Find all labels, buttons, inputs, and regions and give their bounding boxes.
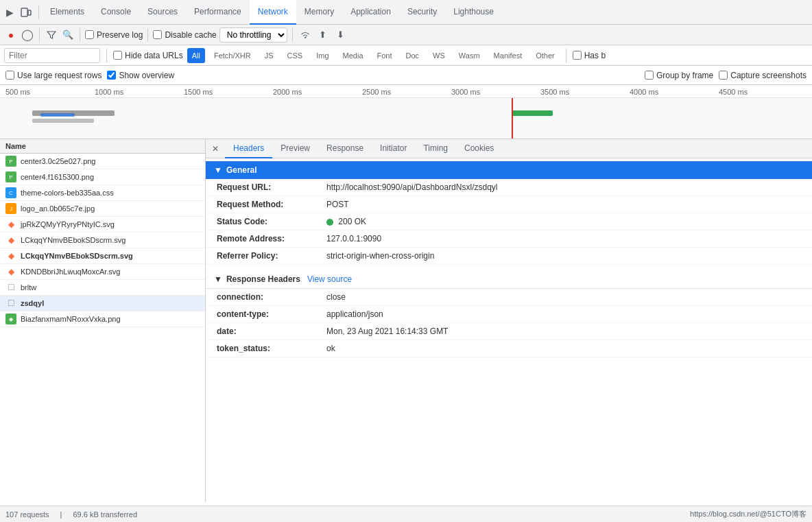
filter-icon[interactable] [45,28,58,42]
disable-cache-checkbox[interactable] [153,30,162,39]
list-item-selected[interactable]: ☐ zsdqyl [0,296,205,311]
file-type-icon: ◆ [5,266,16,277]
has-blocked-label[interactable]: Has b [573,51,606,60]
tab-memory[interactable]: Memory [296,0,342,25]
record-button[interactable]: ● [4,28,18,42]
capture-screenshots-label[interactable]: Capture screenshots [719,71,807,80]
preserve-log-checkbox[interactable] [85,30,94,39]
main-content: Name P center3.0c25e027.png P center4.f1… [0,139,812,502]
divider-filter [106,49,107,62]
filter-type-ws[interactable]: WS [428,48,450,63]
list-item[interactable]: J logo_an.0b065c7e.jpg [0,201,205,217]
list-item[interactable]: ◆ BiazfanxmamNRoxxVxka.png [0,311,205,327]
timeline-chart[interactable] [0,97,812,139]
list-item[interactable]: ◆ KDNDBbriJhLwuqMoxcAr.svg [0,264,205,280]
field-request-method: Request Method: POST [206,196,812,213]
preserve-log-label[interactable]: Preserve log [85,30,143,40]
list-item[interactable]: ◆ LCkqqYNmvBEbokSDscrm.svg [0,248,205,264]
group-by-frame-checkbox[interactable] [645,71,654,80]
search-icon[interactable]: 🔍 [61,28,75,42]
timeline-labels: 500 ms 1000 ms 1500 ms 2000 ms 2500 ms 3… [0,88,812,96]
has-blocked-checkbox[interactable] [573,51,582,60]
tab-application[interactable]: Application [342,0,399,25]
detail-tab-headers[interactable]: Headers [225,139,272,158]
filter-type-doc[interactable]: Doc [401,48,425,63]
download-icon[interactable]: ⬇ [333,27,348,43]
tab-elements[interactable]: Elements [42,0,93,25]
timeline-label-6: 3000 ms [451,88,540,96]
file-type-icon: ◆ [5,250,16,261]
filter-type-img[interactable]: Img [311,48,333,63]
filter-type-all[interactable]: All [187,48,205,63]
filter-type-css[interactable]: CSS [283,48,308,63]
filter-type-media[interactable]: Media [338,48,368,63]
field-status-code: Status Code: 200 OK [206,213,812,230]
svg-point-2 [304,37,306,38]
list-item[interactable]: ◆ jpRkZQMyYRyryPNtyIC.svg [0,217,205,233]
disable-cache-label[interactable]: Disable cache [153,30,216,40]
detail-tab-preview[interactable]: Preview [272,139,318,158]
divider-3 [147,28,148,42]
list-item[interactable]: ☐ brltw [0,280,205,296]
tab-security[interactable]: Security [399,0,445,25]
list-item[interactable]: P center4.f1615300.png [0,169,205,185]
response-headers-section: ▼ Response Headers View source connectio… [206,268,812,360]
upload-icon[interactable]: ⬆ [315,27,331,43]
large-rows-checkbox[interactable] [5,71,14,80]
clear-button[interactable]: ◯ [21,28,34,42]
timeline-label-5: 2500 ms [362,88,451,96]
large-rows-label[interactable]: Use large request rows [5,71,102,80]
list-item[interactable]: ◆ LCkqqYNmvBEbokSDscrm.svg [0,233,205,248]
filter-input[interactable] [4,48,100,63]
timeline-label-3: 1500 ms [184,88,273,96]
tab-lighthouse[interactable]: Lighthouse [445,0,502,25]
divider-2 [80,28,80,42]
request-details: ✕ Headers Preview Response Initiator Tim… [206,139,812,502]
network-timeline: 500 ms 1000 ms 1500 ms 2000 ms 2500 ms 3… [0,85,812,139]
divider-filter2 [566,49,566,62]
show-overview-checkbox[interactable] [107,71,116,80]
general-section-header[interactable]: ▼ General [206,161,812,179]
detail-tab-initiator[interactable]: Initiator [372,139,415,158]
file-list-header: Name [0,139,205,154]
tab-performance[interactable]: Performance [186,0,250,25]
tab-network[interactable]: Network [250,0,296,25]
show-overview-label[interactable]: Show overview [107,71,174,80]
network-toolbar: ● ◯ 🔍 Preserve log Disable cache No thro… [0,25,812,45]
list-item[interactable]: P center3.0c25e027.png [0,154,205,169]
capture-screenshots-checkbox[interactable] [719,71,728,80]
options-bar: Use large request rows Show overview Gro… [0,66,812,85]
hide-data-urls-label[interactable]: Hide data URLs [113,51,183,60]
throttle-select[interactable]: No throttling [219,27,287,43]
timeline-label-7: 3500 ms [540,88,630,96]
detail-tab-response[interactable]: Response [318,139,372,158]
tab-sources[interactable]: Sources [139,0,186,25]
cursor-icon[interactable]: ▶ [3,5,16,19]
field-date: date: Mon, 23 Aug 2021 16:14:33 GMT [206,323,812,340]
wifi-icon[interactable] [298,27,313,43]
filter-type-js[interactable]: JS [260,48,278,63]
filter-type-wasm[interactable]: Wasm [454,48,485,63]
filter-type-other[interactable]: Other [531,48,560,63]
file-type-icon: ◆ [5,313,16,324]
detail-tab-cookies[interactable]: Cookies [456,139,502,158]
devtools-icons: ▶ [3,5,39,19]
view-source-link[interactable]: View source [307,274,352,284]
device-icon[interactable] [19,5,33,19]
response-headers-section-header[interactable]: ▼ Response Headers View source [206,270,812,289]
timeline-label-9: 4500 ms [719,88,808,96]
svg-rect-1 [28,10,31,15]
filter-type-fetch[interactable]: Fetch/XHR [209,48,256,63]
close-panel-button[interactable]: ✕ [208,142,222,156]
timeline-label-4: 2000 ms [273,88,362,96]
hide-data-urls-checkbox[interactable] [113,51,122,60]
devtools-tab-bar: ▶ Elements Console Sources Performance N… [0,0,812,25]
detail-tab-timing[interactable]: Timing [415,139,456,158]
group-by-frame-label[interactable]: Group by frame [645,71,713,80]
list-item[interactable]: C theme-colors-beb335aa.css [0,185,205,201]
filter-bar: Hide data URLs All Fetch/XHR JS CSS Img … [0,45,812,66]
chevron-icon: ▼ [214,165,222,175]
tab-console[interactable]: Console [93,0,139,25]
filter-type-font[interactable]: Font [372,48,397,63]
filter-type-manifest[interactable]: Manifest [489,48,527,63]
